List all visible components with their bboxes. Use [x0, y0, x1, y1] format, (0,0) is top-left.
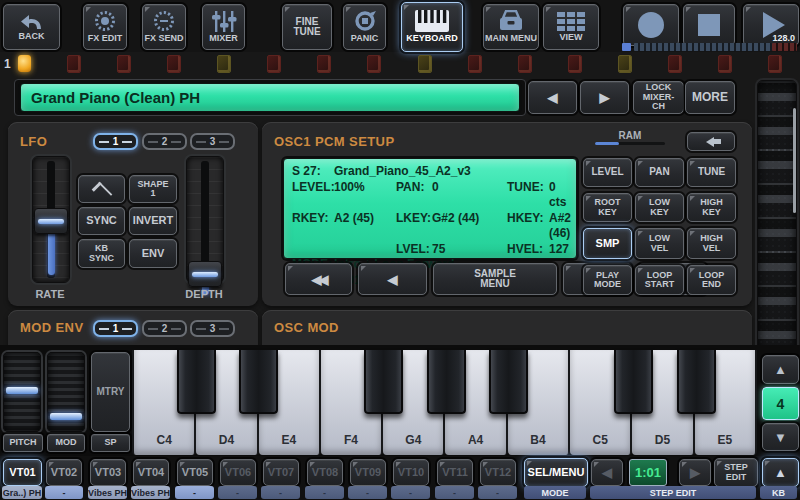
- mod-env-tab-1[interactable]: 1: [93, 320, 138, 337]
- track-button-vt03[interactable]: VT03: [90, 459, 126, 486]
- kb-toggle-button[interactable]: ▲: [762, 458, 799, 487]
- param-low-key-button[interactable]: LOW KEY: [635, 193, 684, 222]
- back-button[interactable]: BACK: [3, 4, 60, 50]
- channel-indicator-icon[interactable]: [317, 55, 331, 73]
- mod-wheel[interactable]: [47, 352, 85, 432]
- stop-button[interactable]: [683, 4, 735, 46]
- key-Dsharp4[interactable]: [239, 350, 278, 414]
- track-button-vt09[interactable]: VT09: [350, 459, 386, 486]
- lfo-tab-2[interactable]: 2: [142, 133, 187, 150]
- octave-up-button[interactable]: ▲: [762, 355, 799, 384]
- channel-indicator-icon[interactable]: [267, 55, 281, 73]
- track-button-vt01[interactable]: VT01: [3, 459, 42, 486]
- track-button-vt10[interactable]: VT10: [393, 459, 429, 486]
- track-button-vt07[interactable]: VT07: [263, 459, 299, 486]
- view-button[interactable]: VIEW: [543, 4, 599, 50]
- channel-indicator-icon[interactable]: [367, 55, 381, 73]
- fx-edit-button[interactable]: FX EDIT: [83, 4, 127, 50]
- sound-prev-button[interactable]: ◀: [528, 81, 577, 114]
- channel-indicator-icon[interactable]: [718, 55, 732, 73]
- track-button-vt02[interactable]: VT02: [46, 459, 82, 486]
- sound-display[interactable]: Grand Piano (Clean) PH: [20, 83, 520, 112]
- key-Dsharp5[interactable]: [677, 350, 716, 414]
- position-display[interactable]: 1:01: [629, 459, 667, 486]
- param-root-key-button[interactable]: ROOT KEY: [583, 193, 632, 222]
- sample-prev-fast-button[interactable]: ◀◀: [285, 263, 352, 295]
- param-level-button[interactable]: LEVEL: [583, 158, 632, 187]
- mixer-button[interactable]: MIXER: [202, 4, 245, 50]
- lfo-shape-wave-button[interactable]: [78, 175, 125, 203]
- mod-env-tab-3[interactable]: 3: [190, 320, 235, 337]
- param-loop-end-button[interactable]: LOOP END: [687, 265, 736, 295]
- scrollbar-thumb[interactable]: [793, 108, 796, 213]
- step-edit-button[interactable]: STEP EDIT: [714, 458, 758, 487]
- key-Csharp5[interactable]: [614, 350, 653, 414]
- scroll-ribbon[interactable]: [757, 80, 797, 354]
- channel-indicator-icon[interactable]: [668, 55, 682, 73]
- octave-down-button[interactable]: ▼: [762, 423, 799, 451]
- ram-back-button[interactable]: [687, 132, 735, 151]
- mod-env-tab-1-label: 1: [109, 324, 123, 334]
- lfo-shape-button[interactable]: SHAPE 1: [129, 175, 177, 203]
- param-smp-button[interactable]: SMP: [583, 228, 632, 259]
- param-play-mode-button[interactable]: PLAY MODE: [583, 265, 632, 295]
- track-button-vt08[interactable]: VT08: [307, 459, 343, 486]
- fine-tune-button[interactable]: FINE TUNE: [282, 4, 332, 50]
- lfo-kb-sync-button[interactable]: KB SYNC: [78, 239, 125, 268]
- key-Gsharp4[interactable]: [427, 350, 466, 414]
- channel-indicator-icon[interactable]: [518, 55, 532, 73]
- lfo-depth-slider[interactable]: [186, 156, 224, 283]
- lfo-sync-button[interactable]: SYNC: [78, 207, 125, 235]
- channel-indicator-icon[interactable]: [568, 55, 582, 73]
- pitch-wheel[interactable]: [3, 352, 41, 432]
- step-prev-button[interactable]: ◀: [591, 459, 623, 486]
- fx-send-button[interactable]: FX SEND: [142, 4, 186, 50]
- track-button-vt04[interactable]: VT04: [133, 459, 169, 486]
- mod-env-tab-2[interactable]: 2: [142, 320, 187, 337]
- track-button-vt12[interactable]: VT12: [480, 459, 516, 486]
- lfo-env-button[interactable]: ENV: [129, 239, 177, 268]
- channel-indicator-icon[interactable]: [117, 55, 131, 73]
- channel-indicator-icon[interactable]: [768, 55, 782, 73]
- track-button-vt11[interactable]: VT11: [437, 459, 473, 486]
- step-next-button[interactable]: ▶: [679, 459, 711, 486]
- track-button-vt06[interactable]: VT06: [220, 459, 256, 486]
- record-button[interactable]: [623, 4, 679, 46]
- sp-button[interactable]: SP: [91, 434, 130, 452]
- param-high-vel-button[interactable]: HIGH VEL: [687, 228, 736, 259]
- channel-indicator-icon[interactable]: [67, 55, 81, 73]
- channel-indicator-icon[interactable]: [468, 55, 482, 73]
- lfo-rate-slider[interactable]: [32, 156, 70, 283]
- keyboard-button[interactable]: KEYBOARD: [401, 2, 463, 52]
- key-Fsharp4[interactable]: [364, 350, 403, 414]
- panic-button[interactable]: PANIC: [343, 4, 386, 50]
- channel-indicator-icon[interactable]: [618, 55, 632, 73]
- main-menu-button[interactable]: MAIN MENU: [483, 4, 539, 50]
- song-position-marker[interactable]: [622, 43, 631, 51]
- key-Csharp4[interactable]: [177, 350, 216, 414]
- song-progress-bar[interactable]: [634, 43, 772, 51]
- sound-next-button[interactable]: ▶: [580, 81, 629, 114]
- lfo-tab-1[interactable]: 1: [93, 133, 138, 150]
- track-button-vt05[interactable]: VT05: [177, 459, 213, 486]
- sample-menu-button[interactable]: SAMPLE MENU: [433, 263, 557, 295]
- play-button[interactable]: 128.0: [743, 4, 799, 46]
- octave-display[interactable]: 4: [762, 387, 799, 420]
- more-button[interactable]: MORE: [685, 81, 735, 114]
- lfo-invert-button[interactable]: INVERT: [129, 207, 177, 235]
- channel-indicator-icon[interactable]: [217, 55, 231, 73]
- key-Asharp4[interactable]: [489, 350, 528, 414]
- lfo-tab-3[interactable]: 3: [190, 133, 235, 150]
- param-pan-button[interactable]: PAN: [635, 158, 684, 187]
- mtry-button[interactable]: MTRY: [91, 352, 130, 432]
- lock-mixer-ch-button[interactable]: LOCK MIXER-CH: [633, 81, 684, 114]
- channel-indicator-icon-active[interactable]: [18, 55, 31, 72]
- sample-prev-button[interactable]: ◀: [358, 263, 427, 295]
- channel-indicator-icon[interactable]: [418, 55, 432, 73]
- param-loop-start-button[interactable]: LOOP START: [635, 265, 684, 295]
- param-tune-button[interactable]: TUNE: [687, 158, 736, 187]
- sel-menu-button[interactable]: SEL/MENU: [524, 458, 588, 487]
- channel-indicator-icon[interactable]: [167, 55, 181, 73]
- param-high-key-button[interactable]: HIGH KEY: [687, 193, 736, 222]
- param-low-vel-button[interactable]: LOW VEL: [635, 228, 684, 259]
